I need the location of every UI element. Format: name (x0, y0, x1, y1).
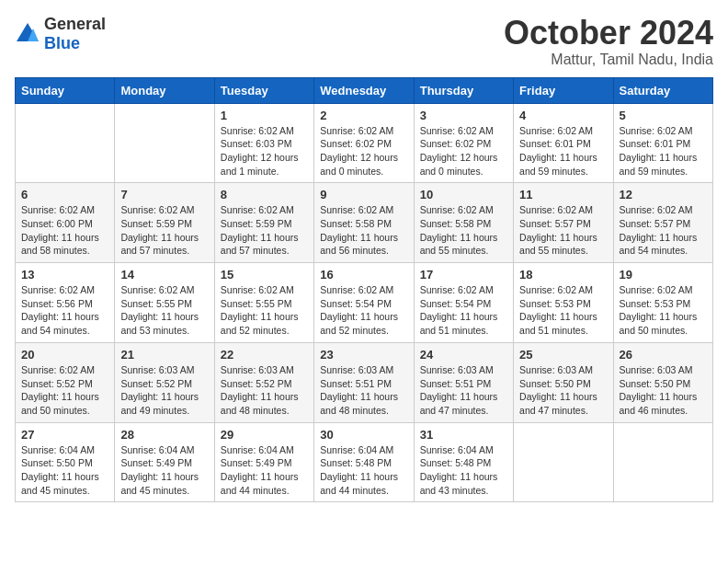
day-info: Sunrise: 6:02 AM Sunset: 5:53 PM Dayligh… (620, 283, 707, 338)
day-number: 28 (120, 428, 208, 442)
day-info: Sunrise: 6:02 AM Sunset: 5:57 PM Dayligh… (620, 203, 707, 258)
day-number: 26 (620, 348, 707, 362)
day-info: Sunrise: 6:02 AM Sunset: 5:54 PM Dayligh… (320, 283, 407, 338)
calendar-cell: 16Sunrise: 6:02 AM Sunset: 5:54 PM Dayli… (314, 263, 414, 343)
calendar-cell: 29Sunrise: 6:04 AM Sunset: 5:49 PM Dayli… (214, 422, 313, 502)
calendar-day-header: Monday (115, 77, 214, 103)
logo-text-blue: Blue (44, 34, 80, 52)
day-number: 12 (620, 188, 707, 201)
calendar-cell (16, 103, 115, 183)
day-number: 4 (519, 109, 607, 122)
calendar-cell: 30Sunrise: 6:04 AM Sunset: 5:48 PM Dayli… (314, 422, 414, 502)
calendar-week-row: 20Sunrise: 6:02 AM Sunset: 5:52 PM Dayli… (16, 342, 713, 422)
calendar-cell: 25Sunrise: 6:03 AM Sunset: 5:50 PM Dayli… (514, 342, 613, 422)
day-number: 24 (420, 348, 507, 362)
day-info: Sunrise: 6:02 AM Sunset: 5:53 PM Dayligh… (519, 283, 607, 338)
day-info: Sunrise: 6:02 AM Sunset: 6:00 PM Dayligh… (21, 203, 108, 258)
calendar-cell: 2Sunrise: 6:02 AM Sunset: 6:02 PM Daylig… (314, 103, 414, 183)
day-number: 17 (420, 268, 507, 282)
day-info: Sunrise: 6:04 AM Sunset: 5:49 PM Dayligh… (120, 443, 208, 498)
day-info: Sunrise: 6:02 AM Sunset: 5:54 PM Dayligh… (420, 283, 507, 338)
day-number: 8 (221, 188, 308, 201)
calendar-cell (613, 422, 712, 502)
calendar-day-header: Tuesday (214, 77, 313, 103)
calendar-cell: 31Sunrise: 6:04 AM Sunset: 5:48 PM Dayli… (414, 422, 513, 502)
day-number: 18 (519, 268, 607, 282)
logo-icon (15, 21, 40, 47)
day-info: Sunrise: 6:02 AM Sunset: 5:55 PM Dayligh… (120, 283, 208, 338)
calendar-cell: 3Sunrise: 6:02 AM Sunset: 6:02 PM Daylig… (414, 103, 513, 183)
calendar-cell (115, 103, 214, 183)
subtitle: Mattur, Tamil Nadu, India (504, 52, 713, 68)
day-info: Sunrise: 6:02 AM Sunset: 5:58 PM Dayligh… (320, 203, 407, 258)
day-number: 14 (120, 268, 208, 282)
logo-text-general: General (44, 15, 106, 33)
day-info: Sunrise: 6:03 AM Sunset: 5:50 PM Dayligh… (519, 363, 607, 418)
day-info: Sunrise: 6:03 AM Sunset: 5:52 PM Dayligh… (221, 363, 308, 418)
calendar-cell (514, 422, 613, 502)
calendar-cell: 5Sunrise: 6:02 AM Sunset: 6:01 PM Daylig… (613, 103, 712, 183)
day-info: Sunrise: 6:02 AM Sunset: 5:57 PM Dayligh… (519, 203, 607, 258)
day-info: Sunrise: 6:03 AM Sunset: 5:50 PM Dayligh… (620, 363, 707, 418)
day-number: 31 (420, 428, 507, 442)
day-number: 5 (620, 109, 707, 122)
calendar-cell: 15Sunrise: 6:02 AM Sunset: 5:55 PM Dayli… (214, 263, 313, 343)
day-info: Sunrise: 6:03 AM Sunset: 5:51 PM Dayligh… (320, 363, 407, 418)
day-info: Sunrise: 6:02 AM Sunset: 5:55 PM Dayligh… (221, 283, 308, 338)
calendar-day-header: Friday (514, 77, 613, 103)
calendar-week-row: 27Sunrise: 6:04 AM Sunset: 5:50 PM Dayli… (16, 422, 713, 502)
day-number: 23 (320, 348, 407, 362)
day-number: 15 (221, 268, 308, 282)
day-info: Sunrise: 6:02 AM Sunset: 6:03 PM Dayligh… (221, 124, 308, 178)
calendar-cell: 17Sunrise: 6:02 AM Sunset: 5:54 PM Dayli… (414, 263, 513, 343)
day-number: 30 (320, 428, 407, 442)
day-number: 10 (420, 188, 507, 201)
day-info: Sunrise: 6:02 AM Sunset: 5:56 PM Dayligh… (21, 283, 108, 338)
calendar-cell: 7Sunrise: 6:02 AM Sunset: 5:59 PM Daylig… (115, 183, 214, 263)
calendar-cell: 9Sunrise: 6:02 AM Sunset: 5:58 PM Daylig… (314, 183, 414, 263)
day-number: 16 (320, 268, 407, 282)
header: General Blue October 2024 Mattur, Tamil … (15, 15, 713, 68)
calendar-cell: 10Sunrise: 6:02 AM Sunset: 5:58 PM Dayli… (414, 183, 513, 263)
day-info: Sunrise: 6:02 AM Sunset: 5:58 PM Dayligh… (420, 203, 507, 258)
day-info: Sunrise: 6:02 AM Sunset: 6:01 PM Dayligh… (519, 124, 607, 178)
logo: General Blue (15, 15, 106, 53)
calendar-cell: 27Sunrise: 6:04 AM Sunset: 5:50 PM Dayli… (16, 422, 115, 502)
day-number: 19 (620, 268, 707, 282)
day-number: 21 (120, 348, 208, 362)
calendar-cell: 4Sunrise: 6:02 AM Sunset: 6:01 PM Daylig… (514, 103, 613, 183)
calendar-day-header: Wednesday (314, 77, 414, 103)
day-info: Sunrise: 6:04 AM Sunset: 5:49 PM Dayligh… (221, 443, 308, 498)
calendar-day-header: Saturday (613, 77, 712, 103)
calendar-cell: 13Sunrise: 6:02 AM Sunset: 5:56 PM Dayli… (16, 263, 115, 343)
calendar-cell: 24Sunrise: 6:03 AM Sunset: 5:51 PM Dayli… (414, 342, 513, 422)
calendar-cell: 28Sunrise: 6:04 AM Sunset: 5:49 PM Dayli… (115, 422, 214, 502)
calendar-body: 1Sunrise: 6:02 AM Sunset: 6:03 PM Daylig… (16, 103, 713, 502)
calendar-cell: 21Sunrise: 6:03 AM Sunset: 5:52 PM Dayli… (115, 342, 214, 422)
day-number: 3 (420, 109, 507, 122)
day-info: Sunrise: 6:02 AM Sunset: 6:02 PM Dayligh… (320, 124, 407, 178)
calendar-cell: 18Sunrise: 6:02 AM Sunset: 5:53 PM Dayli… (514, 263, 613, 343)
calendar-header-row: SundayMondayTuesdayWednesdayThursdayFrid… (16, 77, 713, 103)
day-number: 9 (320, 188, 407, 201)
day-number: 1 (221, 109, 308, 122)
calendar-cell: 23Sunrise: 6:03 AM Sunset: 5:51 PM Dayli… (314, 342, 414, 422)
day-info: Sunrise: 6:04 AM Sunset: 5:48 PM Dayligh… (320, 443, 407, 498)
calendar-week-row: 6Sunrise: 6:02 AM Sunset: 6:00 PM Daylig… (16, 183, 713, 263)
main-title: October 2024 (504, 15, 713, 52)
day-number: 27 (21, 428, 108, 442)
calendar-cell: 26Sunrise: 6:03 AM Sunset: 5:50 PM Dayli… (613, 342, 712, 422)
day-number: 6 (21, 188, 108, 201)
calendar-cell: 1Sunrise: 6:02 AM Sunset: 6:03 PM Daylig… (214, 103, 313, 183)
day-info: Sunrise: 6:02 AM Sunset: 6:01 PM Dayligh… (620, 124, 707, 178)
day-info: Sunrise: 6:04 AM Sunset: 5:50 PM Dayligh… (21, 443, 108, 498)
calendar-week-row: 1Sunrise: 6:02 AM Sunset: 6:03 PM Daylig… (16, 103, 713, 183)
calendar-cell: 20Sunrise: 6:02 AM Sunset: 5:52 PM Dayli… (16, 342, 115, 422)
day-info: Sunrise: 6:04 AM Sunset: 5:48 PM Dayligh… (420, 443, 507, 498)
calendar-week-row: 13Sunrise: 6:02 AM Sunset: 5:56 PM Dayli… (16, 263, 713, 343)
calendar-day-header: Sunday (16, 77, 115, 103)
day-number: 2 (320, 109, 407, 122)
day-number: 13 (21, 268, 108, 282)
day-number: 7 (120, 188, 208, 201)
calendar-cell: 6Sunrise: 6:02 AM Sunset: 6:00 PM Daylig… (16, 183, 115, 263)
